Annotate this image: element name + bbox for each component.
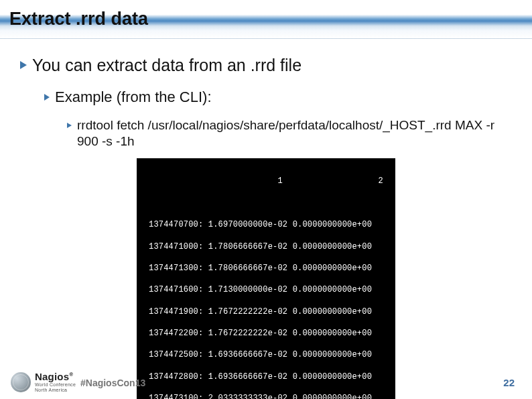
page-number: 22 [503, 377, 515, 388]
terminal-header-row: 12 [149, 176, 383, 186]
arrow-right-icon [67, 123, 72, 128]
arrow-right-icon [44, 94, 50, 101]
registered-mark: ® [69, 372, 73, 378]
conference-hashtag: #NagiosCon13 [80, 378, 145, 388]
terminal-row: 1374470700: 1.6970000000e-02 0.000000000… [149, 219, 383, 230]
logo-text: Nagios® World Conference North America [35, 372, 76, 392]
brand-sub1: World Conference [35, 382, 76, 387]
terminal-output: 12 1374470700: 1.6970000000e-02 0.000000… [137, 158, 395, 399]
slide-header: Extract .rrd data [0, 0, 532, 39]
slide-title: Extract .rrd data [9, 9, 148, 30]
globe-icon [11, 372, 31, 392]
terminal-row: 1374471900: 1.7672222222e-02 0.000000000… [149, 306, 383, 317]
bullet-level3: rrdtool fetch /usr/local/nagios/share/pe… [67, 117, 509, 150]
bullet-level2-text: Example (from the CLI): [55, 88, 212, 107]
brand-name: Nagios® [35, 372, 76, 382]
brand-text: Nagios [35, 371, 69, 382]
terminal-row: 1374472500: 1.6936666667e-02 0.000000000… [149, 349, 383, 360]
bullet-level1: You can extract data from an .rrd file [20, 55, 532, 76]
bullet-level2: Example (from the CLI): [44, 88, 532, 107]
terminal-header-col1: 1 [149, 176, 283, 186]
terminal-row: 1374471000: 1.7806666667e-02 0.000000000… [149, 241, 383, 252]
slide-body: You can extract data from an .rrd file E… [0, 47, 532, 399]
terminal-blank-line [149, 198, 383, 209]
bullet-level1-text: You can extract data from an .rrd file [32, 55, 302, 76]
terminal-row: 1374471300: 1.7806666667e-02 0.000000000… [149, 263, 383, 274]
terminal-header-col2: 2 [283, 176, 383, 186]
terminal-row: 1374471600: 1.7130000000e-02 0.000000000… [149, 284, 383, 295]
terminal-row: 1374472200: 1.7672222222e-02 0.000000000… [149, 328, 383, 339]
terminal-container: 12 1374470700: 1.6970000000e-02 0.000000… [0, 158, 532, 399]
slide: Extract .rrd data You can extract data f… [0, 0, 532, 399]
brand-sub2: North America [35, 388, 76, 392]
bullet-level3-text: rrdtool fetch /usr/local/nagios/share/pe… [77, 117, 509, 150]
arrow-right-icon [20, 61, 27, 69]
nagios-logo: Nagios® World Conference North America [11, 372, 76, 392]
slide-footer: Nagios® World Conference North America #… [0, 368, 532, 399]
